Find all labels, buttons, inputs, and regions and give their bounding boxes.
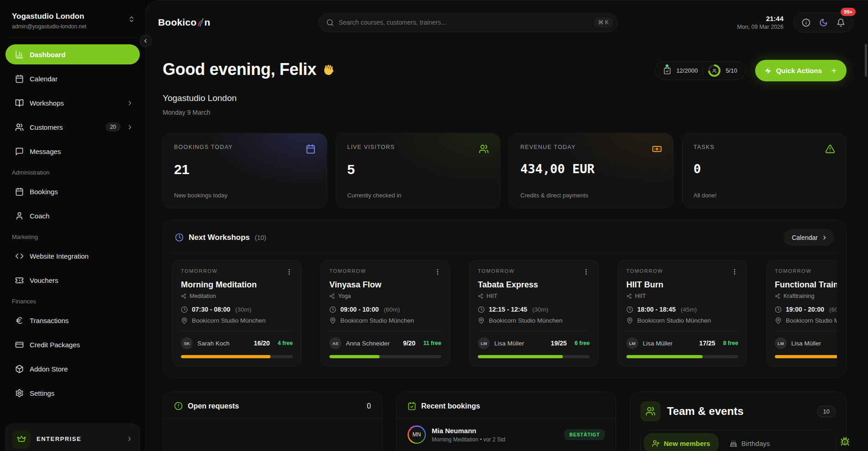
kebab-menu-icon[interactable] xyxy=(731,268,738,276)
users-icon xyxy=(640,401,661,421)
map-pin-icon xyxy=(626,317,633,324)
kebab-menu-icon[interactable] xyxy=(286,268,293,276)
tab-label: Birthdays xyxy=(741,440,770,447)
free-spots: 6 free xyxy=(575,340,590,346)
workshop-day: TOMORROW xyxy=(478,268,514,274)
sidebar-item-label: Addon Store xyxy=(30,365,133,373)
info-icon[interactable] xyxy=(802,18,810,27)
calendar-icon xyxy=(15,187,24,196)
sidebar-collapse-button[interactable] xyxy=(139,35,152,47)
stat-card-tasks[interactable]: TASKS 0 All done! xyxy=(682,133,847,208)
sidebar-item-workshops[interactable]: Workshops xyxy=(5,93,140,113)
workshop-duration: (60m) xyxy=(384,306,400,313)
sidebar-item-settings[interactable]: Settings xyxy=(5,383,140,403)
divider xyxy=(478,331,590,331)
sidebar-item-label: Settings xyxy=(30,389,133,397)
tab-birthdays[interactable]: Birthdays xyxy=(721,433,778,451)
app-logo[interactable]: Bookico n xyxy=(158,17,210,28)
sidebar-item-customers[interactable]: Customers 20 xyxy=(5,117,140,137)
tab-label: New members xyxy=(664,440,710,447)
stat-card-live-visitors[interactable]: LIVE VISITORS 5 Currently checked in xyxy=(336,133,500,208)
org-switcher[interactable]: Yogastudio London admin@yogastudio-londo… xyxy=(5,0,140,30)
logo-text-b: n xyxy=(204,17,210,28)
sidebar-item-label: Vouchers xyxy=(30,276,133,284)
workshop-card[interactable]: TOMORROW Functional Training Krafttraini… xyxy=(766,260,837,366)
sidebar-item-addon-store[interactable]: Addon Store xyxy=(5,359,140,379)
trainer-name: Sarah Koch xyxy=(197,340,249,347)
occupancy-progress-fill xyxy=(626,355,703,358)
occupancy-progress-fill xyxy=(329,355,380,358)
sidebar-section-finances: Finances xyxy=(12,298,140,305)
free-spots: 11 free xyxy=(423,340,441,346)
quick-actions-button[interactable]: Quick Actions xyxy=(755,60,847,81)
sidebar-item-label: Website Integration xyxy=(30,252,133,260)
chevron-right-icon xyxy=(127,124,133,131)
sidebar-item-credit-packages[interactable]: Credit Packages xyxy=(5,334,140,355)
workshop-location: Bookicorn Studio München xyxy=(637,317,711,324)
occupancy-value: 9/20 xyxy=(403,340,415,347)
kebab-menu-icon[interactable] xyxy=(582,268,590,276)
notification-count-badge: 99+ xyxy=(841,8,856,16)
workshop-card[interactable]: TOMORROW Tabata Express HIIT 12:15 - 12:… xyxy=(469,260,598,366)
workshops-carousel[interactable]: TOMORROW Morning Meditation Meditation 0… xyxy=(172,260,837,366)
circle-alert-icon xyxy=(174,402,183,410)
chevrons-up-down-icon[interactable] xyxy=(128,16,135,23)
stat-caption: Credits & direct payments xyxy=(520,192,588,199)
workshop-duration: (45m) xyxy=(681,306,697,313)
sidebar-item-bookings[interactable]: Bookings xyxy=(5,181,140,202)
tab-new-members[interactable]: New members xyxy=(644,433,719,451)
quick-actions-label: Quick Actions xyxy=(776,67,822,74)
stat-card-revenue-today[interactable]: REVENUE TODAY 434,00 EUR Credits & direc… xyxy=(509,133,673,208)
chevron-right-icon xyxy=(127,100,133,106)
workshop-card[interactable]: TOMORROW HIIT Burn HIIT 18:00 - 18:45(45… xyxy=(618,260,747,366)
map-pin-icon xyxy=(329,317,336,324)
euro-icon xyxy=(15,316,24,325)
unicorn-logo-icon xyxy=(197,18,204,27)
scrollbar-thumb[interactable] xyxy=(865,44,867,77)
bell-icon[interactable] xyxy=(836,18,845,27)
sidebar-item-label: Coach xyxy=(30,212,133,220)
workshop-day: TOMORROW xyxy=(329,268,366,274)
stat-label: LIVE VISITORS xyxy=(347,144,395,150)
org-email: admin@yogastudio-london.net xyxy=(12,23,128,30)
usage-pill[interactable]: 12/2000 5/10 xyxy=(655,61,745,80)
enterprise-plan-card[interactable]: ENTERPRISE All add-ons included xyxy=(5,424,140,451)
logo-text-a: Bookico xyxy=(158,17,196,28)
sidebar-item-label: Bookings xyxy=(30,188,133,196)
calendar-link-button[interactable]: Calendar xyxy=(783,229,834,246)
workshops-count: (10) xyxy=(255,234,266,241)
workshop-card[interactable]: TOMORROW Morning Meditation Meditation 0… xyxy=(172,260,302,366)
moon-icon[interactable] xyxy=(819,18,828,27)
stat-value: 21 xyxy=(174,162,316,177)
booking-list-item[interactable]: MN Mia Neumann Morning Meditation • vor … xyxy=(397,419,616,451)
debug-bug-icon[interactable] xyxy=(840,437,850,446)
calendar-check-icon xyxy=(408,402,416,410)
open-requests-panel: Open requests 0 xyxy=(163,392,382,451)
sidebar-item-messages[interactable]: Messages xyxy=(5,141,140,161)
sidebar-item-calendar[interactable]: Calendar xyxy=(5,69,140,89)
divider xyxy=(626,331,738,331)
search-input[interactable] xyxy=(339,19,589,26)
stat-card-bookings-today[interactable]: BOOKINGS TODAY 21 New bookings today xyxy=(163,133,327,208)
alert-triangle-icon xyxy=(825,144,835,154)
sidebar-item-transactions[interactable]: Transactions xyxy=(5,310,140,330)
booking-status-badge: BESTÄTIGT xyxy=(564,429,605,440)
stat-label: TASKS xyxy=(693,144,715,150)
sidebar-item-dashboard[interactable]: Dashboard xyxy=(5,44,140,64)
sidebar-item-website-integration[interactable]: Website Integration xyxy=(5,246,140,266)
workshop-day: TOMORROW xyxy=(775,268,811,274)
current-date-label: Monday 9 March xyxy=(163,109,336,116)
global-search[interactable]: ⌘ K xyxy=(318,13,618,32)
package-icon xyxy=(15,365,24,373)
sidebar-item-vouchers[interactable]: Vouchers xyxy=(5,270,140,290)
workshop-card[interactable]: TOMORROW Vinyasa Flow Yoga 09:00 - 10:00… xyxy=(321,260,450,366)
sidebar-item-coach[interactable]: Coach xyxy=(5,206,140,226)
workshop-time: 07:30 - 08:00 xyxy=(192,306,230,313)
workshop-title: Vinyasa Flow xyxy=(329,280,441,290)
stat-label: BOOKINGS TODAY xyxy=(174,144,233,150)
free-spots: 4 free xyxy=(278,340,293,346)
kebab-menu-icon[interactable] xyxy=(434,268,441,276)
workshop-location: Bookicorn Studio München xyxy=(489,317,562,324)
team-tabs: New members Birthdays xyxy=(640,430,836,451)
workshop-category: Meditation xyxy=(190,293,216,299)
